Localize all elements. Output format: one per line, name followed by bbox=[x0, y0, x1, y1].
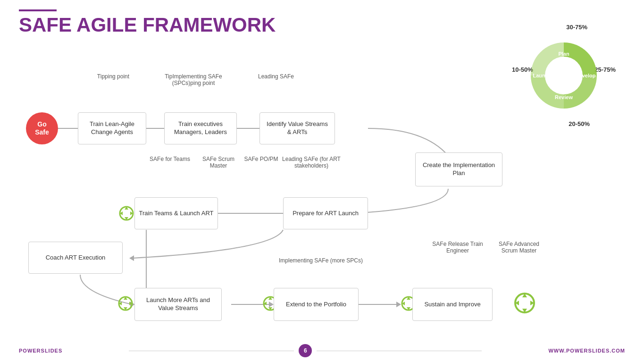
go-safe-label: GoSafe bbox=[35, 120, 49, 136]
label-leading-safe: Leading SAFe bbox=[250, 73, 302, 80]
title-bold: FRAMEWORK bbox=[142, 14, 276, 36]
donut-chart: 30-75% 10-50% 25-75% 20-50% Plan Develop… bbox=[512, 24, 616, 127]
svg-text:Develop: Develop bbox=[576, 73, 596, 78]
box-train-teams-launch-art: Train Teams & Launch ART bbox=[134, 197, 218, 229]
go-safe-button[interactable]: GoSafe bbox=[26, 112, 58, 144]
green-star-sustain-right bbox=[512, 290, 538, 318]
box-sustain-improve: Sustain and Improve bbox=[412, 288, 493, 321]
header-accent-line bbox=[19, 9, 57, 11]
svg-text:Plan: Plan bbox=[558, 51, 569, 57]
label-safe-scrum-master: SAFe Scrum Master bbox=[197, 156, 240, 169]
label-safe-advanced-scrum-master: SAFe Advanced Scrum Master bbox=[493, 241, 545, 254]
label-tipping-point: Tipping point bbox=[90, 73, 137, 80]
label-safe-po-pm: SAFe PO/PM bbox=[243, 156, 279, 162]
label-leading-safe-art: Leading SAFe (for ART stakeholders) bbox=[281, 156, 342, 169]
box-train-lean-agile: Train Lean-Agile Change Agents bbox=[78, 112, 146, 144]
box-launch-more-arts: Launch More ARTs and Value Streams bbox=[134, 288, 222, 321]
box-coach-art-execution: Coach ART Execution bbox=[28, 242, 123, 274]
donut-top-percent: 30-75% bbox=[566, 24, 587, 31]
footer-center: 6 bbox=[129, 344, 482, 357]
footer: POWERSLIDES 6 WWW.POWERSLIDES.COM bbox=[0, 344, 644, 357]
svg-marker-10 bbox=[129, 255, 134, 261]
header: SAFE AGILE FRAMEWORK bbox=[19, 9, 276, 36]
footer-page-number: 6 bbox=[299, 344, 312, 357]
label-safe-release-train-engineer: SAFe Release Train Engineer bbox=[429, 241, 486, 254]
green-star-train-teams bbox=[118, 205, 135, 222]
box-identify-value-streams: Identify Value Streams & ARTs bbox=[259, 112, 335, 144]
box-train-executives: Train executives Managers, Leaders bbox=[164, 112, 237, 144]
label-implementing-safe-more-spcs: Implementing SAFe (more SPCs) bbox=[274, 257, 368, 264]
green-star-launch-more-arts bbox=[117, 295, 134, 312]
footer-brand-left: POWERSLIDES bbox=[19, 348, 62, 354]
footer-line-left bbox=[129, 351, 294, 351]
label-safe-for-teams: SAFe for Teams bbox=[149, 156, 191, 162]
title-normal: SAFE AGILE bbox=[19, 14, 142, 36]
svg-text:Review: Review bbox=[555, 94, 573, 100]
donut-ring: Plan Develop Review Launch bbox=[526, 38, 602, 113]
donut-bottom-percent: 20-50% bbox=[569, 120, 590, 127]
box-extend-portfolio: Extend to the Portfolio bbox=[274, 288, 359, 321]
footer-line-right bbox=[317, 351, 482, 351]
page-title: SAFE AGILE FRAMEWORK bbox=[19, 14, 276, 36]
box-create-implementation-plan: Create the Implementation Plan bbox=[415, 152, 502, 186]
footer-brand-right: WWW.POWERSLIDES.COM bbox=[548, 348, 625, 354]
box-prepare-for-art-launch: Prepare for ART Launch bbox=[283, 197, 368, 229]
label-implementing-safe: TipImplementing SAFe (SPCs)ping point bbox=[156, 73, 231, 86]
svg-text:Launch: Launch bbox=[533, 73, 551, 78]
